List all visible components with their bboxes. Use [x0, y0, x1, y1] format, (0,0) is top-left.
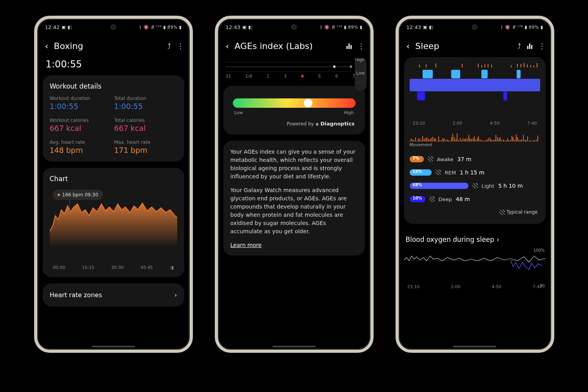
stage-label: Awake — [437, 156, 454, 162]
wifi-icon: ⇵ — [332, 25, 336, 30]
stat-label: Workout duration — [50, 96, 113, 101]
status-battery: 89% — [167, 25, 178, 30]
date-tick[interactable]: 31 — [226, 74, 231, 79]
stage-pct: 10% — [413, 196, 422, 200]
powered-brand: Diagnoptics — [321, 121, 355, 127]
stat-total-cal: 667 kcal — [114, 124, 177, 132]
date-tick[interactable]: 4 — [301, 74, 304, 79]
stats-icon[interactable] — [347, 44, 352, 49]
share-icon[interactable]: ⤴ — [517, 42, 521, 50]
stat-total-duration: 1:00:55 — [114, 102, 177, 111]
stat-workout-duration: 1:00:55 — [50, 102, 113, 111]
chevron-right-icon: › — [174, 291, 177, 299]
card-title: Workout details — [50, 82, 177, 90]
more-icon[interactable]: ⋮ — [177, 42, 184, 50]
more-icon[interactable]: ⋮ — [539, 42, 546, 50]
stage-duration: 5 h 10 m — [498, 183, 523, 189]
stage-row-rem: 15%REM1 h 15 m — [410, 169, 540, 176]
share-icon[interactable]: ⤴ — [167, 42, 171, 50]
chart-title: Chart — [50, 175, 177, 183]
chevron-right-icon: › — [497, 236, 499, 243]
status-time: 12:42 — [45, 24, 60, 30]
hatch-icon — [429, 196, 435, 202]
diagnoptics-logo-icon: ◈ — [316, 121, 321, 127]
x-tick: 2:00 — [451, 284, 461, 289]
stat-label: Total calories — [114, 118, 177, 123]
status-app-icon: ▣ — [423, 25, 427, 30]
typical-label: Typical range — [506, 209, 538, 215]
date-tick[interactable]: 3 — [284, 74, 287, 79]
desc-paragraph: Your Galaxy Watch measures advanced glyc… — [230, 186, 358, 236]
phone-sleep: 12:43 ▣ ◧ ᛒ 🔇 ⇵ ᴸᵀᴱ ▮ 89% ▮ ‹ Sleep ⤴ ⋮ — [396, 16, 554, 353]
stage-row-light: 68%Light5 h 10 m — [410, 183, 540, 189]
hatch-icon — [499, 210, 505, 215]
status-app-icon: ▣ — [62, 25, 65, 30]
bluetooth-icon: ᛒ — [139, 25, 142, 30]
status-app-icon2: ◧ — [67, 25, 71, 30]
bluetooth-icon: ᛒ — [501, 25, 504, 30]
back-button[interactable]: ‹ — [404, 40, 412, 53]
x-tick: 00:00 — [53, 265, 65, 270]
stats-icon[interactable] — [527, 44, 532, 49]
battery-icon: ▮ — [179, 25, 182, 30]
blood-oxygen-link[interactable]: Blood oxygen during sleep › — [404, 230, 546, 247]
stat-label: Total duration — [114, 96, 177, 101]
status-app-icon: ▣ — [242, 25, 246, 30]
spo2-x-axis: 23:10 2:00 4:50 7:40 — [404, 284, 546, 289]
row-label: Heart rate zones — [50, 291, 102, 299]
stat-label: Avg. heart rate — [50, 140, 113, 145]
stage-label: Light — [482, 183, 494, 189]
heart-rate-chart[interactable]: 166 bpm 09:30 — [50, 188, 177, 263]
mute-icon: 🔇 — [324, 25, 330, 30]
hatch-icon — [428, 156, 433, 162]
workout-details-card: Workout details Workout duration 1:00:55… — [43, 75, 184, 162]
signal-icon: ▮ — [163, 25, 166, 30]
back-button[interactable]: ‹ — [223, 40, 232, 53]
date-tick[interactable]: 1/8 — [245, 74, 252, 79]
workout-total-time: 1:00:55 — [43, 57, 184, 75]
phone-ages: 12:43 ▣ ◧ ᛒ 🔇 ⇵ ᴸᵀᴱ ▮ 89% ▮ ‹ AGEs index… — [215, 16, 374, 353]
typical-range-legend: Typical range — [410, 209, 540, 218]
status-app-icon2: ◧ — [429, 25, 433, 30]
hatch-icon — [472, 183, 478, 189]
x-tick: 30:30 — [111, 265, 124, 270]
x-tick: 15:15 — [82, 265, 94, 270]
stat-max-hr: 171 bpm — [114, 146, 177, 154]
x-tick: 4:50 — [490, 121, 500, 126]
sleep-stage-summary: 7%Awake37 m15%REM1 h 15 m68%Light5 h 10 … — [410, 156, 540, 202]
ages-trend-chart[interactable]: High Low 311/8234567/8 — [223, 59, 365, 79]
stage-duration: 1 h 15 m — [460, 169, 485, 176]
stage-pill: 10% — [410, 196, 425, 202]
x-tick: 7:40 — [527, 121, 537, 126]
heart-rate-zones-row[interactable]: Heart rate zones › — [43, 283, 184, 307]
bluetooth-icon: ᛒ — [320, 25, 323, 30]
stat-label: Workout calories — [50, 118, 113, 123]
stage-pct: 7% — [413, 156, 419, 160]
date-tick[interactable]: 2 — [267, 74, 269, 79]
ages-description-card: Your AGEs index can give you a sense of … — [223, 141, 365, 256]
stat-workout-cal: 667 kcal — [50, 124, 113, 132]
stage-duration: 37 m — [457, 156, 472, 162]
spo2-chart[interactable]: 100% 70 23:10 2:00 4:50 7:40 — [404, 249, 546, 292]
tooltip-text: 166 bpm 09:30 — [62, 192, 98, 198]
wifi-icon: ⇵ — [151, 25, 155, 30]
camera-cutout — [472, 24, 477, 30]
lte-icon: ᴸᵀᴱ — [517, 25, 523, 30]
date-tick[interactable]: 6 — [335, 74, 338, 79]
lte-icon: ᴸᵀᴱ — [156, 25, 162, 30]
expand-chart-icon[interactable]: ◨ — [170, 265, 174, 270]
back-button[interactable]: ‹ — [43, 40, 51, 53]
movement-chart — [410, 130, 540, 142]
chart-tooltip: 166 bpm 09:30 — [53, 190, 103, 200]
battery-icon: ▮ — [541, 25, 543, 30]
stage-label: Deep — [439, 196, 452, 202]
gauge-marker — [304, 99, 312, 107]
desc-paragraph: Your AGEs index can give you a sense of … — [230, 148, 358, 181]
more-icon[interactable]: ⋮ — [358, 42, 365, 50]
stage-label: REM — [445, 170, 456, 176]
stage-pct: 68% — [413, 183, 422, 187]
learn-more-link[interactable]: Learn more — [230, 242, 262, 248]
date-tick[interactable]: 5 — [318, 74, 321, 79]
sleep-stage-chart[interactable] — [410, 67, 540, 118]
x-tick: 45:45 — [140, 265, 153, 270]
